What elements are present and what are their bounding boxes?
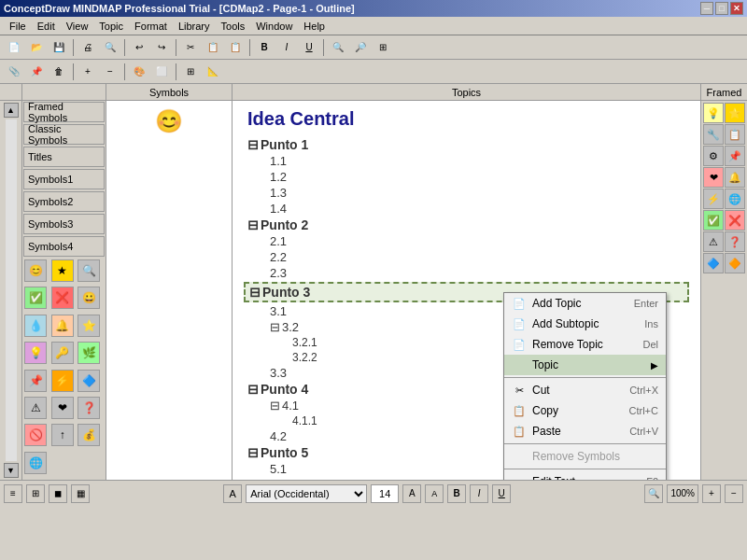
outline-2-3[interactable]: 2.3 xyxy=(270,266,685,280)
icon-1[interactable]: 😊 xyxy=(24,259,47,282)
collapse-3-2-icon[interactable]: ⊟ xyxy=(270,320,280,334)
collapse-punto2-icon[interactable]: ⊟ xyxy=(247,217,259,232)
right-icon-10[interactable]: 🌐 xyxy=(725,189,745,209)
tb-shape[interactable]: ⬜ xyxy=(151,63,172,81)
icon-11[interactable]: 🔑 xyxy=(51,342,74,364)
tb-color[interactable]: 🎨 xyxy=(129,63,149,81)
right-icon-6[interactable]: 📌 xyxy=(725,146,745,166)
icon-14[interactable]: ⚡ xyxy=(51,370,74,392)
ctx-topic[interactable]: Topic ▶ xyxy=(504,355,666,375)
tb-open[interactable]: 📂 xyxy=(26,38,47,57)
menu-format[interactable]: Format xyxy=(129,19,173,34)
icon-17[interactable]: ❤ xyxy=(51,397,74,419)
right-icon-1[interactable]: 💡 xyxy=(703,103,724,123)
icon-16[interactable]: ⚠ xyxy=(24,397,47,419)
right-icon-12[interactable]: ❌ xyxy=(725,210,745,231)
zoom-tools-btn[interactable]: 🔍 xyxy=(644,484,663,503)
ctx-add-subtopic[interactable]: 📄 Add Subtopic Ins xyxy=(504,314,666,334)
symbols3-btn[interactable]: Symbols3 xyxy=(23,214,105,234)
tb-collapse[interactable]: − xyxy=(100,63,120,81)
scroll-up-btn[interactable]: ▲ xyxy=(4,103,19,118)
tb-zoom-in[interactable]: 🔍 xyxy=(328,38,348,57)
right-icon-3[interactable]: 🔧 xyxy=(703,124,724,145)
bold-btn[interactable]: B xyxy=(447,484,466,503)
icon-12[interactable]: 🌿 xyxy=(78,342,100,364)
menu-help[interactable]: Help xyxy=(298,19,331,34)
scroll-down-btn[interactable]: ▼ xyxy=(4,463,19,478)
status-btn-3[interactable]: ◼ xyxy=(49,484,67,503)
font-a-btn[interactable]: A xyxy=(402,484,421,503)
tb-italic[interactable]: I xyxy=(276,38,297,57)
collapse-4-1-icon[interactable]: ⊟ xyxy=(270,399,280,413)
tb-topic-add[interactable]: 📎 xyxy=(4,63,24,81)
minimize-button[interactable]: ─ xyxy=(700,2,713,15)
icon-15[interactable]: 🔷 xyxy=(78,370,100,392)
classic-symbols-btn[interactable]: Classic Symbols xyxy=(23,124,105,145)
icon-4[interactable]: ✅ xyxy=(24,287,47,309)
status-btn-2[interactable]: ⊞ xyxy=(26,484,45,503)
tb-delete[interactable]: 🗑 xyxy=(49,63,69,81)
status-btn-1[interactable]: ≡ xyxy=(4,484,22,503)
right-icon-15[interactable]: 🔷 xyxy=(703,253,724,273)
tb-copy[interactable]: 📋 xyxy=(203,38,223,57)
tb-preview[interactable]: 🔍 xyxy=(100,38,120,57)
right-icon-13[interactable]: ⚠ xyxy=(703,231,724,252)
tb-fit[interactable]: ⊞ xyxy=(373,38,393,57)
status-btn-4[interactable]: ▦ xyxy=(71,484,90,503)
ctx-edit-text[interactable]: Edit Text F2 xyxy=(504,471,666,480)
icon-5[interactable]: ❌ xyxy=(51,287,74,309)
right-icon-11[interactable]: ✅ xyxy=(703,210,724,231)
underline-btn[interactable]: U xyxy=(492,484,511,503)
menu-file[interactable]: File xyxy=(4,19,32,34)
topics-panel[interactable]: Idea Central ⊟Punto 1 1.1 1.2 1.3 1.4 ⊟P… xyxy=(233,101,700,480)
close-button[interactable]: ✕ xyxy=(730,2,743,15)
font-size-input[interactable] xyxy=(371,484,399,503)
ctx-copy[interactable]: 📋 Copy Ctrl+C xyxy=(504,400,666,421)
tb-template[interactable]: 📐 xyxy=(203,63,223,81)
tb-undo[interactable]: ↩ xyxy=(129,38,149,57)
right-icon-9[interactable]: ⚡ xyxy=(703,189,724,209)
menu-view[interactable]: View xyxy=(61,19,94,34)
icon-2[interactable]: ★ xyxy=(51,259,74,282)
tb-expand[interactable]: + xyxy=(78,63,98,81)
zoom-level-btn[interactable]: 100% xyxy=(667,484,698,503)
tb-print[interactable]: 🖨 xyxy=(78,38,98,57)
symbols1-btn[interactable]: Symbols1 xyxy=(23,169,105,189)
menu-edit[interactable]: Edit xyxy=(32,19,61,34)
outline-1-4[interactable]: 1.4 xyxy=(270,202,685,216)
outline-2-1[interactable]: 2.1 xyxy=(270,234,685,248)
icon-22[interactable]: 🌐 xyxy=(24,452,47,474)
italic-btn[interactable]: I xyxy=(470,484,488,503)
titles-btn[interactable]: Titles xyxy=(23,147,105,167)
tb-zoom-out[interactable]: 🔎 xyxy=(350,38,371,57)
outline-punto1[interactable]: ⊟Punto 1 xyxy=(247,137,685,152)
menu-tools[interactable]: Tools xyxy=(216,19,251,34)
collapse-punto1-icon[interactable]: ⊟ xyxy=(247,137,259,152)
zoom-in-btn[interactable]: + xyxy=(702,484,721,503)
right-icon-7[interactable]: ❤ xyxy=(703,167,724,188)
zoom-out-btn[interactable]: − xyxy=(725,484,743,503)
icon-20[interactable]: ↑ xyxy=(51,424,74,446)
right-icon-8[interactable]: 🔔 xyxy=(725,167,745,188)
icon-13[interactable]: 📌 xyxy=(24,370,47,392)
tb-bold[interactable]: B xyxy=(254,38,275,57)
tb-paste[interactable]: 📋 xyxy=(225,38,246,57)
icon-18[interactable]: ❓ xyxy=(78,397,100,419)
collapse-punto5-icon[interactable]: ⊟ xyxy=(247,445,259,460)
font-select[interactable]: Arial (Occidental) xyxy=(246,484,367,503)
font-a-small-btn[interactable]: A xyxy=(425,484,444,503)
tb-cut[interactable]: ✂ xyxy=(180,38,201,57)
collapse-punto4-icon[interactable]: ⊟ xyxy=(247,382,259,397)
icon-21[interactable]: 💰 xyxy=(78,424,100,446)
right-icon-2[interactable]: ⭐ xyxy=(725,103,745,123)
menu-topic[interactable]: Topic xyxy=(93,19,129,34)
ctx-remove-topic[interactable]: 📄 Remove Topic Del xyxy=(504,334,666,355)
tb-redo[interactable]: ↪ xyxy=(151,38,172,57)
symbols4-btn[interactable]: Symbols4 xyxy=(23,236,105,257)
right-icon-14[interactable]: ❓ xyxy=(725,231,745,252)
icon-7[interactable]: 💧 xyxy=(24,315,47,337)
ctx-paste[interactable]: 📋 Paste Ctrl+V xyxy=(504,421,666,441)
icon-10[interactable]: 💡 xyxy=(24,342,47,364)
outline-1-2[interactable]: 1.2 xyxy=(270,170,685,184)
framed-symbols-btn[interactable]: Framed Symbols xyxy=(23,102,105,122)
